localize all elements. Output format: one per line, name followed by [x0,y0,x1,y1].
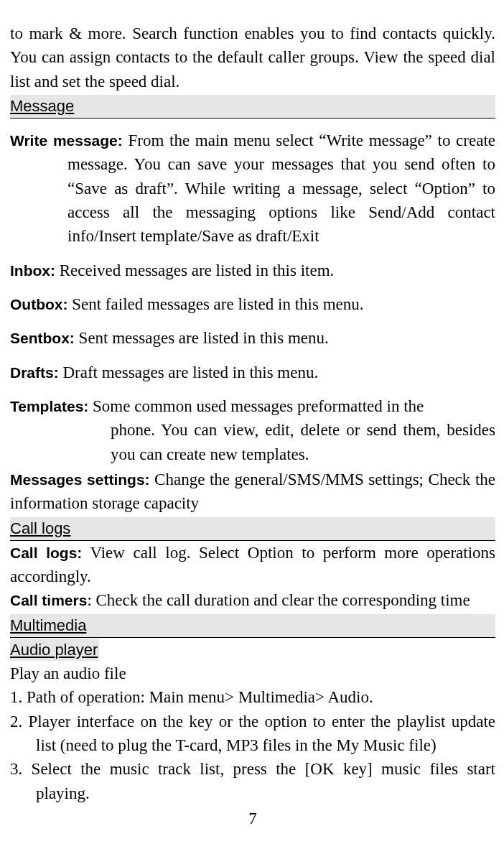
label-messages-settings: Messages settings: [10,471,150,488]
step-3: 3. Select the music track list, press th… [10,757,495,805]
body-call-timers: : Check the call duration and clear the … [87,591,470,609]
section-heading-call-logs: Call logs [10,517,495,541]
label-outbox: Outbox: [10,296,67,312]
item-write-message: Write message: From the main menu select… [10,129,495,249]
body-call-logs: View call log. Select Option to perform … [10,544,495,585]
label-write-message: Write message: [10,132,123,149]
label-inbox: Inbox: [10,262,55,279]
label-templates: Templates: [10,398,88,414]
item-inbox: Inbox: Received messages are listed in t… [10,259,495,282]
item-sentbox: Sentbox: Sent messages are listed in thi… [10,326,495,350]
step-2: 2. Player interface on the key or the op… [10,710,495,758]
label-drafts: Drafts: [10,364,59,381]
item-messages-settings: Messages settings: Change the general/SM… [10,468,495,516]
subheading-audio-player: Audio player [10,639,99,662]
body-inbox: Received messages are listed in this ite… [55,261,334,279]
section-heading-message: Message [10,95,495,119]
item-call-logs: Call logs: View call log. Select Option … [10,541,495,589]
label-call-timers: Call timers [10,592,87,608]
body-templates-1: Some common used messages preformatted i… [88,397,424,415]
body-drafts: Draft messages are listed in this menu. [59,363,319,381]
body-write-message: From the main menu select “Write message… [67,131,495,245]
body-outbox: Sent failed messages are listed in this … [67,295,363,313]
intro-paragraph: to mark & more. Search function enables … [10,22,495,93]
item-outbox: Outbox: Sent failed messages are listed … [10,292,495,316]
item-templates: Templates: Some common used messages pre… [10,394,495,466]
step-1: 1. Path of operation: Main menu> Multime… [10,685,495,709]
audio-play-line: Play an audio file [10,662,495,685]
label-call-logs: Call logs: [10,544,82,561]
section-heading-multimedia: Multimedia [10,614,495,638]
item-call-timers: Call timers: Check the call duration and… [10,588,495,612]
body-templates-2: phone. You can view, edit, delete or sen… [111,418,495,466]
label-sentbox: Sentbox: [10,330,75,346]
page-number: 7 [10,807,495,830]
item-drafts: Drafts: Draft messages are listed in thi… [10,361,495,384]
body-sentbox: Sent messages are listed in this menu. [75,329,329,347]
